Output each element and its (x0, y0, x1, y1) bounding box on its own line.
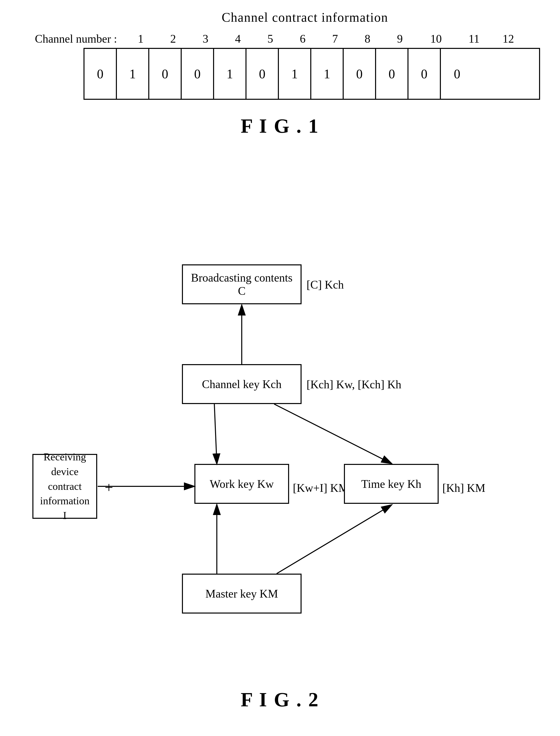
box-work-key: Work key Kw (194, 464, 289, 504)
channel-grid: 0 1 0 0 1 0 1 1 0 0 0 0 (83, 48, 540, 100)
cell-3: 0 (149, 49, 182, 99)
svg-line-6 (277, 505, 391, 574)
fig2-label: F I G . 2 (0, 688, 560, 711)
channel-num-2: 2 (157, 32, 189, 45)
channel-num-10: 10 (416, 32, 456, 45)
svg-line-4 (274, 404, 391, 464)
channel-num-12: 12 (492, 32, 525, 45)
channel-num-5: 5 (254, 32, 287, 45)
box-time-key: Time key Kh (344, 464, 439, 504)
diagram-container: Broadcasting contents C [C] Kch Channel … (0, 249, 560, 673)
cell-5: 1 (214, 49, 246, 99)
channel-num-8: 8 (351, 32, 384, 45)
cell-10: 0 (376, 49, 408, 99)
label-channel-key-right: [Kch] Kw, [Kch] Kh (307, 378, 401, 391)
cell-8: 1 (311, 49, 344, 99)
fig1-label: F I G . 1 (20, 115, 540, 137)
box-master-key: Master key KM (182, 574, 302, 614)
cell-6: 0 (246, 49, 279, 99)
svg-line-3 (214, 404, 217, 464)
channel-numbers: 1 2 3 4 5 6 7 8 9 10 11 12 (125, 32, 525, 45)
cell-11: 0 (408, 49, 441, 99)
cell-4: 0 (182, 49, 214, 99)
plus-sign: + (105, 479, 113, 496)
fig2-section: Broadcasting contents C [C] Kch Channel … (0, 249, 560, 711)
channel-num-3: 3 (189, 32, 222, 45)
label-work-key-right: [Kw+I] KM (293, 481, 349, 495)
fig1-section: Channel contract information Channel num… (20, 10, 540, 137)
box-channel-key: Channel key Kch (182, 364, 302, 404)
box-broadcasting: Broadcasting contents C (182, 264, 302, 304)
cell-1: 0 (84, 49, 117, 99)
cell-9: 0 (344, 49, 376, 99)
box-receiving: Receiving device contract information I (32, 454, 97, 519)
cell-7: 1 (279, 49, 311, 99)
channel-num-4: 4 (222, 32, 254, 45)
channel-header-row: Channel number : 1 2 3 4 5 6 7 8 9 10 11… (35, 32, 540, 45)
channel-num-9: 9 (384, 32, 416, 45)
fig1-title: Channel contract information (70, 10, 540, 25)
channel-num-11: 11 (456, 32, 492, 45)
label-time-key-right: [Kh] KM (442, 481, 485, 495)
channel-table: Channel number : 1 2 3 4 5 6 7 8 9 10 11… (35, 32, 540, 100)
channel-label: Channel number : (35, 32, 117, 45)
cell-12: 0 (441, 49, 473, 99)
label-broadcasting-right: [C] Kch (307, 278, 344, 291)
channel-num-7: 7 (319, 32, 351, 45)
cell-2: 1 (117, 49, 149, 99)
channel-num-1: 1 (125, 32, 157, 45)
channel-num-6: 6 (287, 32, 319, 45)
